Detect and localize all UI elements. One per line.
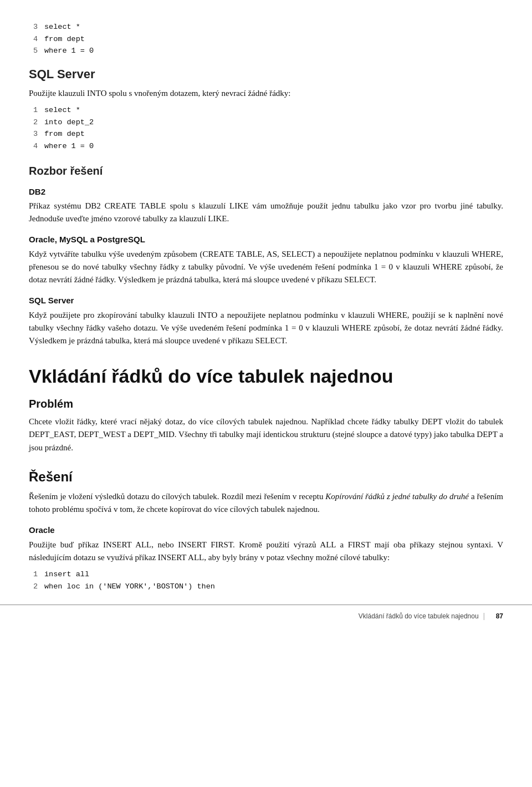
code-line: 4 from dept bbox=[29, 33, 503, 45]
footer: Vkládání řádků do více tabulek najednou … bbox=[0, 605, 532, 622]
rozbor-heading: Rozbor řešení bbox=[29, 163, 503, 180]
line-content: where 1 = 0 bbox=[44, 140, 94, 153]
code-line: 2 into dept_2 bbox=[29, 116, 503, 129]
line-number: 4 bbox=[29, 33, 38, 45]
page: 3 select * 4 from dept 5 where 1 = 0 SQL… bbox=[0, 0, 532, 632]
oracle-code-block: 1 insert all 2 when loc in ('NEW YORK','… bbox=[29, 568, 503, 592]
line-content: from dept bbox=[44, 33, 85, 45]
problem-heading: Problém bbox=[29, 395, 503, 413]
oracle-sub-heading: Oracle bbox=[29, 524, 503, 536]
line-content: from dept bbox=[44, 128, 85, 140]
line-content: insert all bbox=[44, 568, 89, 581]
reseni-heading: Řešení bbox=[29, 466, 503, 487]
sql-server-code-block: 1 select * 2 into dept_2 3 from dept 4 w… bbox=[29, 104, 503, 152]
top-code-block: 3 select * 4 from dept 5 where 1 = 0 bbox=[29, 21, 503, 57]
line-number: 2 bbox=[29, 116, 38, 129]
reseni-italic: Kopírování řádků z jedné tabulky do druh… bbox=[325, 492, 469, 501]
footer-chapter-text: Vkládání řádků do více tabulek najednou bbox=[359, 611, 479, 622]
code-line: 5 where 1 = 0 bbox=[29, 45, 503, 57]
code-line: 2 when loc in ('NEW YORK','BOSTON') then bbox=[29, 581, 503, 593]
line-number: 5 bbox=[29, 45, 38, 57]
line-number: 3 bbox=[29, 21, 38, 33]
line-content: select * bbox=[44, 104, 80, 116]
line-number: 4 bbox=[29, 140, 38, 153]
db2-heading: DB2 bbox=[29, 185, 503, 198]
oracle-mysql-pg-heading: Oracle, MySQL a PostgreSQL bbox=[29, 233, 503, 246]
line-number: 2 bbox=[29, 581, 38, 593]
reseni-text-part1: Řešením je vložení výsledků dotazu do cí… bbox=[29, 492, 325, 501]
problem-text: Chcete vložit řádky, které vrací nějaký … bbox=[29, 415, 503, 454]
db2-text: Příkaz systému DB2 CREATE TABLE spolu s … bbox=[29, 200, 503, 226]
line-number: 1 bbox=[29, 104, 38, 116]
line-content: into dept_2 bbox=[44, 116, 94, 129]
sql-server-sub-text: Když použijete pro zkopírování tabulky k… bbox=[29, 309, 503, 348]
line-number: 1 bbox=[29, 568, 38, 581]
line-content: when loc in ('NEW YORK','BOSTON') then bbox=[44, 581, 215, 593]
line-number: 3 bbox=[29, 128, 38, 140]
reseni-text: Řešením je vložení výsledků dotazu do cí… bbox=[29, 490, 503, 516]
code-line: 1 select * bbox=[29, 104, 503, 116]
line-content: where 1 = 0 bbox=[44, 45, 94, 57]
footer-separator: | bbox=[483, 610, 485, 622]
sql-server-intro: Použijte klauzuli INTO spolu s vnořeným … bbox=[29, 87, 503, 100]
oracle-mysql-pg-text: Když vytváříte tabulku výše uvedeným způ… bbox=[29, 248, 503, 287]
code-line: 3 select * bbox=[29, 21, 503, 33]
code-line: 4 where 1 = 0 bbox=[29, 140, 503, 153]
chapter-heading: Vkládání řádků do více tabulek najednou bbox=[29, 365, 503, 388]
footer-page-number: 87 bbox=[496, 611, 503, 622]
code-line: 1 insert all bbox=[29, 568, 503, 581]
line-content: select * bbox=[44, 21, 80, 33]
oracle-sub-text: Použijte buď příkaz INSERT ALL, nebo INS… bbox=[29, 539, 503, 565]
code-line: 3 from dept bbox=[29, 128, 503, 140]
sql-server-sub-heading: SQL Server bbox=[29, 294, 503, 307]
sql-server-heading: SQL Server bbox=[29, 65, 503, 84]
